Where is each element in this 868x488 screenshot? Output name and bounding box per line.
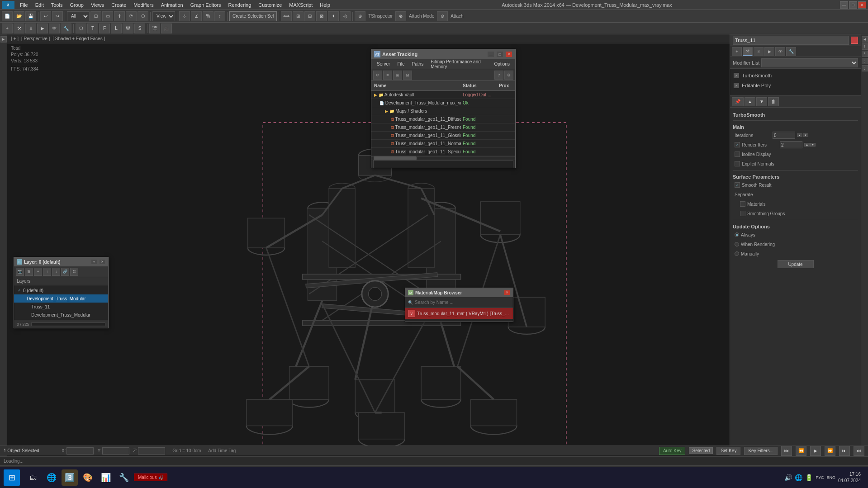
at-row-specular[interactable]: 🖼 Truss_modular_geo1_11_Specular.png Fou… — [371, 148, 515, 156]
tb-scale[interactable]: ⬡ — [138, 11, 148, 21]
tb-attach[interactable]: ⊘ — [437, 11, 448, 21]
tb-normal-align[interactable]: ⊠ — [316, 11, 327, 21]
lp-close-btn[interactable]: ✕ — [99, 259, 105, 265]
mod-item-turbosmooth[interactable]: ✓ TurboSmooth — [730, 71, 861, 81]
at-row-glossiness[interactable]: 🖼 Truss_modular_geo1_11_Glossiness.png F… — [371, 132, 515, 140]
prev-key-btn[interactable]: ⏪ — [796, 446, 806, 456]
main-section[interactable]: Main — [733, 123, 858, 131]
maximize-btn[interactable]: □ — [849, 1, 857, 9]
lp-btn-unlink[interactable]: ⛓ — [70, 268, 78, 276]
menu-file[interactable]: File — [16, 1, 32, 9]
tray-icon-lang[interactable]: ENG — [826, 475, 835, 480]
at-menu-options[interactable]: Options — [491, 61, 513, 67]
next-frame-btn[interactable]: ⏭ — [839, 446, 850, 456]
iterations-up[interactable]: ▲ — [797, 133, 802, 137]
menu-edit[interactable]: Edit — [32, 1, 47, 9]
set-key-btn[interactable]: Set Key — [716, 447, 740, 455]
sidebar-right-btn4[interactable]: ⋮ — [862, 58, 868, 64]
at-col-status[interactable]: Status — [461, 83, 497, 88]
tb-ts-inspector[interactable]: ⊕ — [355, 11, 365, 21]
at-row-maps[interactable]: ▶ 📁 Maps / Shaders — [371, 107, 515, 115]
sidebar-right-btn5[interactable]: ⋮ — [862, 65, 868, 71]
tb-place-highlight[interactable]: ✦ — [328, 11, 339, 21]
sidebar-left-btn1[interactable]: ▶ — [0, 36, 7, 43]
update-options-title[interactable]: Update Options — [733, 222, 858, 230]
menu-help[interactable]: Help — [316, 1, 334, 9]
tb2-left[interactable]: L — [111, 24, 122, 33]
tb-new[interactable]: 📄 — [2, 11, 13, 21]
at-menu-server[interactable]: Server — [373, 61, 394, 67]
viewport[interactable]: [ + ] [ Perspective ] [ Shaded + Edged F… — [7, 34, 730, 465]
tb-rotate[interactable]: ⟳ — [126, 11, 137, 21]
tb2-wire[interactable]: W — [123, 24, 133, 33]
at-maximize-btn[interactable]: □ — [496, 51, 503, 57]
at-row-diffuse[interactable]: 🖼 Truss_modular_geo1_11_Diffuse.png Foun… — [371, 115, 515, 123]
menu-maxscript[interactable]: MAXScript — [285, 1, 316, 9]
viewport-shading[interactable]: [ Shaded + Edged Faces ] — [52, 36, 105, 41]
smoothing-groups-checkbox[interactable] — [740, 211, 745, 216]
clock[interactable]: 17:16 04.07.2024 — [838, 471, 861, 484]
manually-radio[interactable] — [735, 251, 739, 256]
tb-isolate-sel[interactable]: ◎ — [340, 11, 351, 21]
z-input[interactable] — [138, 447, 165, 455]
always-radio[interactable] — [735, 232, 739, 237]
lp-btn-move[interactable]: ↑ — [43, 268, 51, 276]
menu-customize[interactable]: Customize — [255, 1, 285, 9]
menu-group[interactable]: Group — [66, 1, 87, 9]
tb-select-region[interactable]: ▭ — [102, 11, 113, 21]
last-frame-btn[interactable]: ⏭ — [854, 446, 864, 456]
sidebar-right-btn1[interactable]: ◀ — [862, 36, 868, 43]
lp-item-dev2[interactable]: Development_Truss_Modular — [14, 311, 108, 319]
at-btn-list[interactable]: ≡ — [383, 71, 392, 80]
reference-coord-dropdown[interactable]: View — [152, 11, 175, 21]
malicious-label[interactable]: Malicious 🎣 — [134, 474, 167, 481]
at-row-vault[interactable]: ▶ 📁 Autodesk Vault Logged Out ... — [371, 91, 515, 99]
tray-icon-pxc[interactable]: РУС — [816, 475, 824, 480]
render-iters-input[interactable] — [780, 141, 802, 148]
tray-icon2[interactable]: 🌐 — [795, 474, 802, 481]
at-text-input[interactable] — [373, 160, 513, 168]
render-iters-down[interactable]: ▼ — [810, 143, 816, 147]
tb2-motion[interactable]: ▶ — [37, 24, 48, 33]
update-button[interactable]: Update — [778, 260, 814, 268]
lp-check-dev2[interactable] — [24, 312, 30, 318]
at-row-fresnel[interactable]: 🖼 Truss_modular_geo1_11_Fresnel.png Foun… — [371, 123, 515, 132]
tb-undo[interactable]: ↩ — [40, 11, 51, 21]
rp-tab-hierarchy[interactable]: ⧖ — [754, 47, 764, 56]
at-btn-refresh[interactable]: ⟳ — [373, 71, 382, 80]
viewport-header[interactable]: [ + ] [ Perspective ] [ Shaded + Edged F… — [7, 34, 730, 43]
mb-search-input[interactable] — [415, 300, 510, 305]
ep-checkbox[interactable]: ✓ — [734, 83, 739, 88]
tb2-perspective[interactable]: ⬡ — [76, 24, 86, 33]
lp-check-truss11[interactable] — [24, 303, 30, 310]
tb2-shade[interactable]: S — [134, 24, 145, 33]
sidebar-right-btn3[interactable]: ⋮ — [862, 51, 868, 57]
tb-attach-mode[interactable]: ⊗ — [395, 11, 406, 21]
create-selection-btn[interactable]: Create Selection Sel — [229, 11, 277, 21]
tb-spinner-snap[interactable]: ↕ — [214, 11, 225, 21]
rp-tab-display[interactable]: 👁 — [775, 47, 785, 56]
lp-help-btn[interactable]: ? — [91, 259, 97, 265]
viewport-perspective[interactable]: [ Perspective ] — [21, 36, 50, 41]
mod-down-btn[interactable]: ▼ — [756, 97, 767, 106]
menu-rendering[interactable]: Rendering — [225, 1, 255, 9]
start-button[interactable]: ⊞ — [4, 469, 20, 486]
modifier-dropdown[interactable] — [761, 58, 858, 67]
prev-frame-btn[interactable]: ⏮ — [781, 446, 792, 456]
tb2-render[interactable]: 🎬 — [149, 24, 160, 33]
tb2-front[interactable]: F — [99, 24, 110, 33]
render-iters-checkbox[interactable]: ✓ — [735, 142, 740, 147]
taskbar-chrome[interactable]: 🌐 — [43, 469, 60, 486]
tray-icon3[interactable]: 🔋 — [805, 474, 813, 481]
smooth-result-checkbox[interactable]: ✓ — [735, 182, 740, 188]
tb-angle-snap[interactable]: ∡ — [191, 11, 202, 21]
lp-item-dev-truss[interactable]: Development_Truss_Modular — [14, 294, 108, 303]
tb-select[interactable]: ⊡ — [90, 11, 101, 21]
explicit-normals-checkbox[interactable] — [735, 161, 740, 166]
at-menu-paths[interactable]: Paths — [408, 61, 427, 67]
mod-delete-btn[interactable]: 🗑 — [768, 97, 779, 106]
lp-btn-camera[interactable]: 📷 — [16, 268, 24, 276]
at-col-name[interactable]: Name — [371, 83, 461, 88]
lp-item-0[interactable]: ✓ 0 (default) — [14, 286, 108, 294]
tb2-top[interactable]: T — [87, 24, 98, 33]
